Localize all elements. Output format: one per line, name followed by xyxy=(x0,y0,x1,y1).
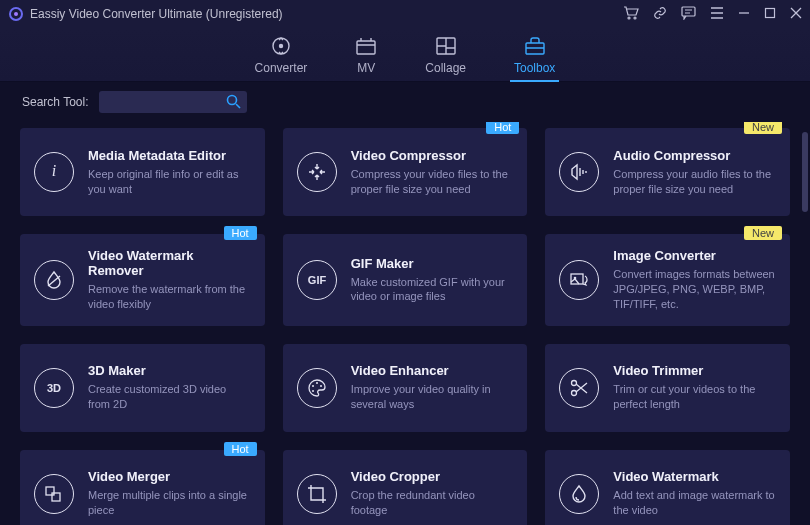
search-label: Search Tool: xyxy=(22,95,89,109)
tab-toolbox[interactable]: Toolbox xyxy=(514,35,555,81)
link-icon[interactable] xyxy=(653,6,667,23)
palette-icon xyxy=(297,368,337,408)
audio-compress-icon xyxy=(559,152,599,192)
svg-rect-8 xyxy=(357,41,375,54)
card-title: Video Trimmer xyxy=(613,363,776,378)
card-title: Video Enhancer xyxy=(351,363,514,378)
new-badge: New xyxy=(744,226,782,240)
compress-icon xyxy=(297,152,337,192)
card-desc: Compress your video files to the proper … xyxy=(351,167,514,197)
card-text: Video MergerMerge multiple clips into a … xyxy=(88,469,251,518)
tab-label: MV xyxy=(357,61,375,75)
card-title: Audio Compressor xyxy=(613,148,776,163)
card-text: Video CompressorCompress your video file… xyxy=(351,148,514,197)
tab-collage[interactable]: Collage xyxy=(425,35,466,81)
card-desc: Merge multiple clips into a single piece xyxy=(88,488,251,518)
card-title: Video Cropper xyxy=(351,469,514,484)
card-title: GIF Maker xyxy=(351,256,514,271)
menu-icon[interactable] xyxy=(710,7,724,22)
tab-label: Collage xyxy=(425,61,466,75)
cart-icon[interactable] xyxy=(623,6,639,23)
tab-converter[interactable]: Converter xyxy=(255,35,308,81)
3d-icon xyxy=(34,368,74,408)
collage-icon xyxy=(435,35,457,57)
tab-label: Toolbox xyxy=(514,61,555,75)
info-icon xyxy=(34,152,74,192)
card-text: Media Metadata EditorKeep original file … xyxy=(88,148,251,197)
card-desc: Convert images formats between JPG/JPEG,… xyxy=(613,267,776,312)
hot-badge: Hot xyxy=(224,442,257,456)
card-desc: Create customized 3D video from 2D xyxy=(88,382,251,412)
tool-card-video-merger[interactable]: HotVideo MergerMerge multiple clips into… xyxy=(20,450,265,525)
close-icon[interactable] xyxy=(790,7,802,22)
svg-rect-5 xyxy=(766,8,775,17)
card-title: Media Metadata Editor xyxy=(88,148,251,163)
app-logo-icon xyxy=(8,6,24,22)
card-desc: Crop the redundant video footage xyxy=(351,488,514,518)
card-title: Image Converter xyxy=(613,248,776,263)
drop-icon xyxy=(34,260,74,300)
tool-card-video-compressor[interactable]: HotVideo CompressorCompress your video f… xyxy=(283,128,528,216)
tool-grid-scroll[interactable]: Media Metadata EditorKeep original file … xyxy=(0,122,810,525)
card-title: 3D Maker xyxy=(88,363,251,378)
crop-icon xyxy=(297,474,337,514)
hot-badge: Hot xyxy=(486,122,519,134)
app-title: Eassiy Video Converter Ultimate (Unregis… xyxy=(30,7,283,21)
tab-mv[interactable]: MV xyxy=(355,35,377,81)
svg-point-2 xyxy=(628,17,630,19)
search-input[interactable] xyxy=(99,91,247,113)
tool-card-video-trimmer[interactable]: Video TrimmerTrim or cut your videos to … xyxy=(545,344,790,432)
watermark-icon xyxy=(559,474,599,514)
card-text: Audio CompressorCompress your audio file… xyxy=(613,148,776,197)
tool-card-3d-maker[interactable]: 3D MakerCreate customized 3D video from … xyxy=(20,344,265,432)
tool-card-image-converter[interactable]: NewImage ConverterConvert images formats… xyxy=(545,234,790,326)
tool-card-video-enhancer[interactable]: Video EnhancerImprove your video quality… xyxy=(283,344,528,432)
search-icon[interactable] xyxy=(226,94,241,112)
new-badge: New xyxy=(744,122,782,134)
card-text: Video WatermarkAdd text and image waterm… xyxy=(613,469,776,518)
card-text: Video EnhancerImprove your video quality… xyxy=(351,363,514,412)
scrollbar-thumb[interactable] xyxy=(802,132,808,212)
card-text: Video CropperCrop the redundant video fo… xyxy=(351,469,514,518)
svg-point-7 xyxy=(279,45,282,48)
tool-card-gif-maker[interactable]: GIF MakerMake customized GIF with your v… xyxy=(283,234,528,326)
card-desc: Keep original file info or edit as you w… xyxy=(88,167,251,197)
gif-icon xyxy=(297,260,337,300)
svg-point-3 xyxy=(634,17,636,19)
card-text: Video TrimmerTrim or cut your videos to … xyxy=(613,363,776,412)
card-desc: Make customized GIF with your video or i… xyxy=(351,275,514,305)
tool-card-video-watermark-remover[interactable]: HotVideo Watermark RemoverRemove the wat… xyxy=(20,234,265,326)
feedback-icon[interactable] xyxy=(681,6,696,23)
card-title: Video Compressor xyxy=(351,148,514,163)
card-text: GIF MakerMake customized GIF with your v… xyxy=(351,256,514,305)
card-title: Video Watermark xyxy=(613,469,776,484)
card-text: 3D MakerCreate customized 3D video from … xyxy=(88,363,251,412)
converter-icon xyxy=(270,35,292,57)
tool-card-video-watermark[interactable]: Video WatermarkAdd text and image waterm… xyxy=(545,450,790,525)
card-desc: Compress your audio files to the proper … xyxy=(613,167,776,197)
card-desc: Add text and image watermark to the vide… xyxy=(613,488,776,518)
mv-icon xyxy=(355,35,377,57)
card-title: Video Merger xyxy=(88,469,251,484)
maximize-icon[interactable] xyxy=(764,7,776,22)
tool-card-media-metadata-editor[interactable]: Media Metadata EditorKeep original file … xyxy=(20,128,265,216)
titlebar: Eassiy Video Converter Ultimate (Unregis… xyxy=(0,0,810,28)
card-title: Video Watermark Remover xyxy=(88,248,251,278)
scissors-icon xyxy=(559,368,599,408)
card-text: Image ConverterConvert images formats be… xyxy=(613,248,776,312)
card-desc: Improve your video quality in several wa… xyxy=(351,382,514,412)
tool-card-video-cropper[interactable]: Video CropperCrop the redundant video fo… xyxy=(283,450,528,525)
hot-badge: Hot xyxy=(224,226,257,240)
tool-card-audio-compressor[interactable]: NewAudio CompressorCompress your audio f… xyxy=(545,128,790,216)
navbar: Converter MV Collage Toolbox xyxy=(0,28,810,82)
svg-point-1 xyxy=(14,12,18,16)
merge-icon xyxy=(34,474,74,514)
svg-rect-4 xyxy=(682,7,695,16)
toolbox-icon xyxy=(524,35,546,57)
tab-label: Converter xyxy=(255,61,308,75)
card-desc: Trim or cut your videos to the perfect l… xyxy=(613,382,776,412)
card-text: Video Watermark RemoverRemove the waterm… xyxy=(88,248,251,312)
searchbar: Search Tool: xyxy=(0,82,810,122)
svg-point-11 xyxy=(227,96,236,105)
minimize-icon[interactable] xyxy=(738,7,750,22)
